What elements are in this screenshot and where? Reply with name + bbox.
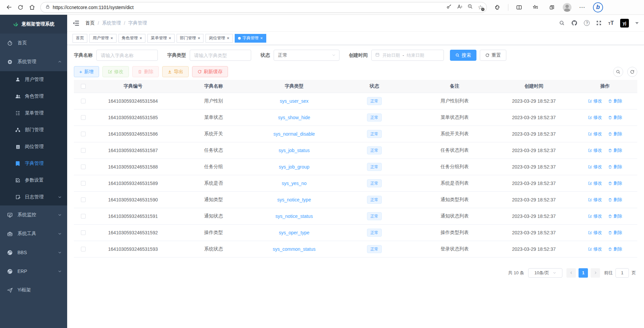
tag-view-tab[interactable]: 用户管理 × (89, 34, 117, 43)
row-edit-button[interactable]: 修改 (588, 197, 602, 203)
dict-type-link[interactable]: sys_normal_disable (273, 131, 315, 137)
tag-view-tab[interactable]: 菜单管理 × (147, 34, 175, 43)
browser-menu-icon[interactable]: ⋯ (577, 2, 588, 13)
reset-button[interactable]: 重置 (480, 50, 506, 61)
sidebar-item-post-management[interactable]: 岗位管理 (0, 138, 67, 155)
sidebar-item-parameter-settings[interactable]: 参数设置 (0, 172, 67, 189)
help-icon[interactable]: ? (584, 20, 590, 26)
date-range-picker[interactable]: 开始日期 - 结束日期 (371, 50, 444, 61)
row-checkbox[interactable] (81, 165, 86, 169)
row-checkbox[interactable] (81, 247, 86, 251)
row-edit-button[interactable]: 修改 (588, 246, 602, 252)
dict-type-link[interactable]: sys_notice_type (277, 197, 311, 202)
bing-chat-icon[interactable]: b (593, 2, 603, 12)
row-checkbox[interactable] (81, 181, 86, 186)
sidebar-item-user-management[interactable]: 用户管理 (0, 71, 67, 88)
row-checkbox[interactable] (81, 132, 86, 136)
next-page-button[interactable] (591, 268, 600, 278)
sidebar-item-dictionary-management[interactable]: 字典管理 (0, 155, 67, 172)
refresh-icon[interactable] (15, 2, 26, 13)
row-delete-button[interactable]: 删除 (608, 197, 622, 203)
back-icon[interactable] (3, 2, 15, 13)
export-button[interactable]: 导出 (162, 66, 189, 77)
tab-close-icon[interactable]: × (227, 36, 229, 40)
tab-close-icon[interactable]: × (260, 36, 263, 40)
row-delete-button[interactable]: 删除 (608, 147, 622, 153)
split-screen-icon[interactable] (513, 2, 525, 13)
add-favorite-icon[interactable]: ☆+ (478, 4, 483, 10)
tab-close-icon[interactable]: × (198, 36, 200, 40)
dict-type-link[interactable]: sys_common_status (273, 246, 316, 252)
row-delete-button[interactable]: 删除 (608, 114, 622, 121)
row-edit-button[interactable]: 修改 (588, 164, 602, 170)
user-avatar-logo[interactable]: yj (620, 19, 629, 28)
collections-icon[interactable] (546, 2, 558, 13)
refresh-cache-button[interactable]: 刷新缓存 (192, 66, 228, 77)
tab-close-icon[interactable]: × (140, 36, 142, 40)
row-checkbox[interactable] (81, 230, 86, 235)
row-delete-button[interactable]: 删除 (608, 131, 622, 137)
select-all-checkbox[interactable] (81, 84, 86, 89)
sidebar-item-system-tools[interactable]: 系统工具 (0, 224, 67, 243)
refresh-table-icon[interactable] (627, 67, 637, 77)
dict-type-link[interactable]: sys_yes_no (282, 181, 307, 186)
breadcrumb-home[interactable]: 首页 (85, 20, 95, 26)
sidebar-collapse-icon[interactable] (73, 19, 80, 27)
row-checkbox[interactable] (81, 214, 86, 219)
row-edit-button[interactable]: 修改 (588, 147, 602, 153)
font-size-icon[interactable]: TT (608, 20, 614, 26)
status-select[interactable]: 正常 (274, 50, 339, 61)
dict-type-link[interactable]: sys_job_status (279, 148, 310, 153)
sidebar-item-bbs[interactable]: BBS (0, 243, 67, 262)
row-delete-button[interactable]: 删除 (608, 164, 622, 170)
browser-profile-avatar[interactable] (563, 3, 571, 12)
row-edit-button[interactable]: 修改 (588, 180, 602, 186)
row-checkbox[interactable] (81, 197, 86, 202)
row-delete-button[interactable]: 删除 (608, 213, 622, 219)
fullscreen-icon[interactable] (596, 20, 602, 26)
tab-close-icon[interactable]: × (110, 36, 113, 40)
tag-view-tab[interactable]: 首页 (73, 34, 87, 43)
password-key-icon[interactable] (446, 4, 452, 11)
sidebar-item-system-management[interactable]: 系统管理 (0, 52, 67, 71)
dict-type-link[interactable]: sys_oper_type (279, 230, 309, 235)
row-checkbox[interactable] (81, 99, 86, 103)
sidebar-item-yi-framework[interactable]: Yi框架 (0, 281, 67, 299)
tag-view-tab[interactable]: 字典管理 × (235, 34, 266, 43)
tab-close-icon[interactable]: × (169, 36, 171, 40)
goto-page-input[interactable] (615, 268, 629, 278)
github-icon[interactable] (571, 20, 578, 26)
tag-view-tab[interactable]: 部门管理 × (177, 34, 204, 43)
tag-view-tab[interactable]: 岗位管理 × (205, 34, 233, 43)
row-delete-button[interactable]: 删除 (608, 230, 622, 236)
sidebar-item-system-monitor[interactable]: 系统监控 (0, 205, 67, 224)
prev-page-button[interactable] (566, 268, 576, 278)
sidebar-item-erp[interactable]: ERP (0, 262, 67, 281)
sidebar-item-home[interactable]: 首页 (0, 34, 67, 52)
dict-name-input[interactable] (96, 50, 158, 61)
show-search-toggle-icon[interactable] (613, 67, 623, 77)
url-bar[interactable]: https://ccnetcore.com:1101/system/dict ☆… (40, 2, 487, 13)
row-edit-button[interactable]: 修改 (588, 213, 602, 219)
row-delete-button[interactable]: 删除 (608, 180, 622, 186)
sidebar-item-role-management[interactable]: 角色管理 (0, 88, 67, 105)
row-edit-button[interactable]: 修改 (588, 114, 602, 121)
delete-button[interactable]: 删除 (132, 66, 159, 77)
page-number-1[interactable]: 1 (579, 268, 588, 278)
dict-type-input[interactable] (190, 50, 251, 61)
sidebar-item-menu-management[interactable]: 菜单管理 (0, 105, 67, 122)
row-delete-button[interactable]: 删除 (608, 98, 622, 104)
row-checkbox[interactable] (81, 148, 86, 153)
sidebar-item-department-management[interactable]: 部门管理 (0, 122, 67, 138)
row-edit-button[interactable]: 修改 (588, 131, 602, 137)
dict-type-link[interactable]: sys_job_group (279, 164, 309, 170)
add-button[interactable]: +新增 (74, 66, 99, 77)
row-checkbox[interactable] (81, 115, 86, 120)
sidebar-item-log-management[interactable]: 日志管理 (0, 189, 67, 205)
search-icon[interactable] (559, 20, 565, 26)
avatar-caret-icon[interactable] (635, 22, 639, 24)
page-size-select[interactable]: 10条/页 (528, 268, 562, 278)
dict-type-link[interactable]: sys_user_sex (280, 98, 309, 104)
edit-button[interactable]: 修改 (102, 66, 129, 77)
row-edit-button[interactable]: 修改 (588, 98, 602, 104)
